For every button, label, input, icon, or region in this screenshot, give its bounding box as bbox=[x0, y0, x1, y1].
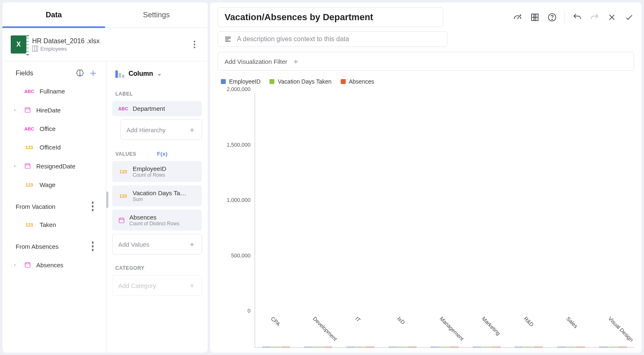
field-item[interactable]: ›Absences bbox=[2, 255, 106, 274]
field-label: ResignedDate bbox=[36, 163, 75, 170]
field-item[interactable]: 123Taken bbox=[2, 215, 106, 234]
field-item[interactable]: 123OfficeId bbox=[2, 138, 106, 156]
datasource-menu-button[interactable] bbox=[190, 40, 199, 49]
svg-rect-0 bbox=[25, 108, 30, 112]
fields-list[interactable]: ABCFullname›HireDateABCOffice123OfficeId… bbox=[2, 82, 106, 353]
label-chip-department[interactable]: ABC Department bbox=[112, 101, 202, 116]
fields-heading: Fields bbox=[16, 70, 71, 77]
legend-label: EmployeeID bbox=[229, 78, 260, 85]
x-tick-label: R&D bbox=[523, 315, 535, 328]
field-label: HireDate bbox=[36, 107, 61, 114]
group-menu-button[interactable] bbox=[88, 201, 98, 211]
expand-icon[interactable]: › bbox=[14, 262, 19, 268]
x-tick-label: Visual Design bbox=[607, 315, 635, 343]
visualization-panel: A description gives context to this data… bbox=[210, 2, 642, 353]
y-tick-label: 1,500,000 bbox=[218, 141, 251, 147]
help-icon[interactable] bbox=[547, 12, 557, 22]
visualization-title-input[interactable] bbox=[218, 7, 443, 27]
plus-icon: ＋ bbox=[188, 239, 196, 249]
redo-icon[interactable] bbox=[590, 12, 600, 22]
datasource-table-label: Employees bbox=[40, 46, 67, 52]
abc-type-icon: ABC bbox=[118, 106, 129, 111]
svg-rect-3 bbox=[119, 218, 124, 222]
calendar-icon bbox=[24, 162, 31, 170]
chart-type-label: Column bbox=[129, 70, 153, 77]
add-field-button[interactable] bbox=[89, 69, 98, 78]
x-tick-label: IxD bbox=[396, 315, 406, 325]
values-section-header: VALUES F(x) bbox=[106, 143, 208, 161]
field-item[interactable]: ›ResignedDate bbox=[2, 156, 106, 175]
field-group-absences: From Absences bbox=[2, 234, 106, 255]
field-label: Fullname bbox=[40, 88, 65, 95]
abc-type-icon: ABC bbox=[24, 126, 35, 131]
chart-y-axis: 0500,0001,000,0001,500,0002,000,000 bbox=[218, 89, 253, 311]
x-tick-label: IT bbox=[354, 315, 362, 323]
value-chip[interactable]: 123Vacation Days Ta…Sum bbox=[112, 185, 202, 206]
svg-rect-1 bbox=[25, 164, 30, 168]
chart-area: 0500,0001,000,0001,500,0002,000,000 CPAD… bbox=[218, 89, 634, 348]
x-tick-label: Development bbox=[312, 315, 339, 342]
field-item[interactable]: ABCOffice bbox=[2, 119, 106, 138]
add-category-dropzone[interactable]: Add Category ＋ bbox=[112, 275, 202, 296]
category-section-header: CATEGORY bbox=[106, 258, 208, 275]
y-tick-label: 1,000,000 bbox=[218, 197, 251, 203]
chart-type-selector[interactable]: Column ⌄ bbox=[106, 61, 208, 84]
close-icon[interactable] bbox=[607, 12, 617, 22]
gauge-icon[interactable] bbox=[513, 12, 522, 22]
fx-button[interactable]: F(x) bbox=[157, 151, 199, 157]
datasource-row[interactable]: X HR Dataset_2016 .xlsx Employees bbox=[2, 28, 208, 61]
numeric-type-icon: 123 bbox=[24, 222, 35, 227]
field-label: Absences bbox=[36, 262, 63, 269]
viz-config-column: Column ⌄ LABEL ABC Department Add Hierar… bbox=[106, 61, 208, 353]
chart-legend: EmployeeID Vacation Days Taken Absences bbox=[218, 77, 634, 89]
description-input[interactable]: A description gives context to this data bbox=[218, 31, 447, 47]
y-tick-label: 500,000 bbox=[218, 252, 251, 258]
numeric-type-icon: 123 bbox=[24, 182, 35, 187]
field-item[interactable]: 123Wage bbox=[2, 175, 106, 194]
value-chip[interactable]: 123EmployeeIDCount of Rows bbox=[112, 161, 202, 182]
legend-item-employeeid[interactable]: EmployeeID bbox=[221, 78, 260, 85]
label-section-header: LABEL bbox=[106, 84, 208, 101]
y-tick-label: 2,000,000 bbox=[218, 86, 251, 92]
field-item[interactable]: ABCFullname bbox=[2, 82, 106, 100]
numeric-type-icon: 123 bbox=[118, 194, 129, 199]
fields-column: Fields ABCFullname›HireDateABCOffice123O… bbox=[2, 61, 106, 353]
numeric-type-icon: 123 bbox=[24, 145, 35, 150]
add-filter-button[interactable]: Add Visualization Filter ＋ bbox=[218, 52, 634, 71]
tab-settings[interactable]: Settings bbox=[105, 2, 208, 28]
svg-point-7 bbox=[552, 19, 553, 20]
label-chip-title: Department bbox=[133, 105, 196, 112]
config-scrollbar-thumb[interactable] bbox=[106, 192, 108, 208]
chart-plot[interactable] bbox=[255, 93, 634, 348]
datasource-table: Employees bbox=[32, 46, 184, 52]
description-placeholder: A description gives context to this data bbox=[237, 35, 349, 43]
legend-item-absences[interactable]: Absences bbox=[341, 78, 374, 85]
chart-x-axis: CPADevelopmentITIxDManagementMarketingR&… bbox=[255, 312, 634, 348]
plus-icon: ＋ bbox=[188, 125, 196, 135]
datasource-name: HR Dataset_2016 .xlsx bbox=[32, 37, 184, 45]
value-chip-title: Vacation Days Ta… bbox=[133, 189, 196, 196]
excel-icon: X bbox=[11, 35, 26, 54]
add-hierarchy-label: Add Hierarchy bbox=[126, 126, 166, 133]
field-item[interactable]: ›HireDate bbox=[2, 100, 106, 119]
confirm-icon[interactable] bbox=[624, 12, 634, 22]
legend-item-vacation[interactable]: Vacation Days Taken bbox=[269, 78, 331, 85]
field-label: Wage bbox=[40, 181, 56, 188]
toolbar-divider bbox=[564, 12, 565, 23]
x-tick-label: Marketing bbox=[480, 315, 501, 336]
value-chip-title: Absences bbox=[129, 214, 196, 221]
table-icon bbox=[32, 46, 38, 51]
brain-icon[interactable] bbox=[75, 69, 84, 78]
chevron-down-icon: ⌄ bbox=[157, 71, 162, 77]
undo-icon[interactable] bbox=[572, 12, 582, 22]
value-chip[interactable]: AbsencesCount of Distinct Rows bbox=[112, 210, 202, 231]
grid-icon[interactable] bbox=[530, 12, 540, 22]
plus-icon: ＋ bbox=[292, 56, 300, 66]
expand-icon[interactable]: › bbox=[14, 163, 19, 169]
add-hierarchy-dropzone[interactable]: Add Hierarchy ＋ bbox=[120, 119, 202, 140]
tab-data[interactable]: Data bbox=[2, 2, 105, 28]
x-tick-label: Sales bbox=[565, 315, 579, 329]
group-menu-button[interactable] bbox=[88, 241, 98, 251]
expand-icon[interactable]: › bbox=[14, 107, 19, 113]
add-values-dropzone[interactable]: Add Values ＋ bbox=[112, 234, 202, 255]
